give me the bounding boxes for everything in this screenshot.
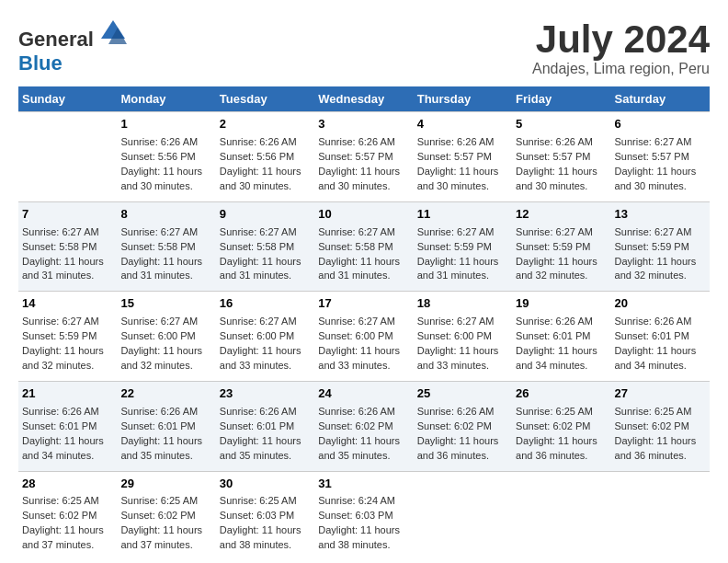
day-number: 6 <box>615 116 706 133</box>
day-number: 11 <box>417 206 508 224</box>
week-row: 14Sunrise: 6:27 AMSunset: 5:59 PMDayligh… <box>18 292 710 382</box>
calendar-cell: 9Sunrise: 6:27 AMSunset: 5:58 PMDaylight… <box>216 201 314 292</box>
cell-info: Sunrise: 6:26 AMSunset: 6:01 PMDaylight:… <box>120 406 202 461</box>
cell-info: Sunrise: 6:25 AMSunset: 6:02 PMDaylight:… <box>615 406 697 461</box>
calendar-cell: 30Sunrise: 6:25 AMSunset: 6:03 PMDayligh… <box>216 471 314 560</box>
header-day: Tuesday <box>216 86 314 112</box>
calendar-cell <box>611 471 710 560</box>
main-title: July 2024 <box>532 18 710 61</box>
calendar-cell: 5Sunrise: 6:26 AMSunset: 5:57 PMDaylight… <box>512 112 610 202</box>
day-number: 24 <box>318 385 409 403</box>
cell-info: Sunrise: 6:24 AMSunset: 6:03 PMDaylight:… <box>318 495 400 550</box>
day-number: 22 <box>120 385 211 403</box>
cell-info: Sunrise: 6:27 AMSunset: 6:00 PMDaylight:… <box>417 316 499 371</box>
day-number: 18 <box>417 295 508 313</box>
day-number: 3 <box>318 116 409 133</box>
calendar-cell <box>414 471 512 560</box>
logo-general: General <box>18 28 94 51</box>
cell-info: Sunrise: 6:27 AMSunset: 5:59 PMDaylight:… <box>22 316 104 371</box>
cell-info: Sunrise: 6:27 AMSunset: 6:00 PMDaylight:… <box>220 316 301 371</box>
header-row: SundayMondayTuesdayWednesdayThursdayFrid… <box>18 86 710 112</box>
cell-info: Sunrise: 6:25 AMSunset: 6:02 PMDaylight:… <box>22 495 104 550</box>
logo: General Blue <box>18 18 127 75</box>
cell-info: Sunrise: 6:27 AMSunset: 5:58 PMDaylight:… <box>120 226 202 282</box>
day-number: 27 <box>615 385 706 403</box>
day-number: 9 <box>220 206 311 224</box>
day-number: 20 <box>615 295 706 313</box>
day-number: 15 <box>120 295 211 313</box>
calendar-cell: 15Sunrise: 6:27 AMSunset: 6:00 PMDayligh… <box>117 292 215 382</box>
cell-info: Sunrise: 6:27 AMSunset: 6:00 PMDaylight:… <box>120 316 202 371</box>
subtitle: Andajes, Lima region, Peru <box>532 61 710 77</box>
cell-info: Sunrise: 6:26 AMSunset: 6:01 PMDaylight:… <box>516 316 597 371</box>
calendar-cell: 26Sunrise: 6:25 AMSunset: 6:02 PMDayligh… <box>512 381 610 471</box>
day-number: 23 <box>220 385 311 403</box>
day-number: 10 <box>318 206 409 224</box>
day-number: 8 <box>120 206 211 224</box>
day-number: 5 <box>516 116 607 133</box>
cell-info: Sunrise: 6:25 AMSunset: 6:03 PMDaylight:… <box>220 495 301 550</box>
header-day: Saturday <box>611 86 710 112</box>
cell-info: Sunrise: 6:26 AMSunset: 6:02 PMDaylight:… <box>318 406 400 461</box>
week-row: 1Sunrise: 6:26 AMSunset: 5:56 PMDaylight… <box>18 112 710 202</box>
logo-icon <box>99 18 127 46</box>
calendar-cell: 12Sunrise: 6:27 AMSunset: 5:59 PMDayligh… <box>512 201 610 292</box>
day-number: 4 <box>417 116 508 133</box>
calendar-cell: 29Sunrise: 6:25 AMSunset: 6:02 PMDayligh… <box>117 471 215 560</box>
title-block: July 2024 Andajes, Lima region, Peru <box>532 18 710 77</box>
cell-info: Sunrise: 6:27 AMSunset: 6:00 PMDaylight:… <box>318 316 400 371</box>
calendar-cell: 20Sunrise: 6:26 AMSunset: 6:01 PMDayligh… <box>611 292 710 382</box>
cell-info: Sunrise: 6:27 AMSunset: 5:59 PMDaylight:… <box>516 226 597 282</box>
calendar-cell: 19Sunrise: 6:26 AMSunset: 6:01 PMDayligh… <box>512 292 610 382</box>
day-number: 1 <box>120 116 211 133</box>
header-day: Sunday <box>18 86 117 112</box>
header-day: Monday <box>117 86 215 112</box>
day-number: 31 <box>318 476 409 493</box>
week-row: 28Sunrise: 6:25 AMSunset: 6:02 PMDayligh… <box>18 471 710 560</box>
header-day: Friday <box>512 86 610 112</box>
day-number: 29 <box>120 476 211 493</box>
calendar-cell <box>18 112 117 202</box>
cell-info: Sunrise: 6:25 AMSunset: 6:02 PMDaylight:… <box>120 495 202 550</box>
logo-text: General Blue <box>18 18 127 75</box>
day-number: 7 <box>22 206 113 224</box>
page-header: General Blue July 2024 Andajes, Lima reg… <box>18 18 710 77</box>
header-day: Thursday <box>414 86 512 112</box>
day-number: 26 <box>516 385 607 403</box>
calendar-cell: 6Sunrise: 6:27 AMSunset: 5:57 PMDaylight… <box>611 112 710 202</box>
day-number: 14 <box>22 295 113 313</box>
calendar-cell: 28Sunrise: 6:25 AMSunset: 6:02 PMDayligh… <box>18 471 117 560</box>
calendar-cell: 18Sunrise: 6:27 AMSunset: 6:00 PMDayligh… <box>414 292 512 382</box>
calendar-cell: 4Sunrise: 6:26 AMSunset: 5:57 PMDaylight… <box>414 112 512 202</box>
calendar-cell: 16Sunrise: 6:27 AMSunset: 6:00 PMDayligh… <box>216 292 314 382</box>
cell-info: Sunrise: 6:26 AMSunset: 6:01 PMDaylight:… <box>220 406 301 461</box>
calendar-cell: 27Sunrise: 6:25 AMSunset: 6:02 PMDayligh… <box>611 381 710 471</box>
calendar-cell: 13Sunrise: 6:27 AMSunset: 5:59 PMDayligh… <box>611 201 710 292</box>
calendar-cell: 7Sunrise: 6:27 AMSunset: 5:58 PMDaylight… <box>18 201 117 292</box>
cell-info: Sunrise: 6:27 AMSunset: 5:57 PMDaylight:… <box>615 136 697 191</box>
header-day: Wednesday <box>314 86 413 112</box>
calendar-cell: 17Sunrise: 6:27 AMSunset: 6:00 PMDayligh… <box>314 292 413 382</box>
day-number: 13 <box>615 206 706 224</box>
day-number: 28 <box>22 476 113 493</box>
cell-info: Sunrise: 6:27 AMSunset: 5:58 PMDaylight:… <box>220 226 301 282</box>
calendar-cell: 24Sunrise: 6:26 AMSunset: 6:02 PMDayligh… <box>314 381 413 471</box>
calendar-cell: 2Sunrise: 6:26 AMSunset: 5:56 PMDaylight… <box>216 112 314 202</box>
calendar-cell: 22Sunrise: 6:26 AMSunset: 6:01 PMDayligh… <box>117 381 215 471</box>
calendar-cell: 10Sunrise: 6:27 AMSunset: 5:58 PMDayligh… <box>314 201 413 292</box>
cell-info: Sunrise: 6:26 AMSunset: 5:57 PMDaylight:… <box>417 136 499 191</box>
calendar-cell: 31Sunrise: 6:24 AMSunset: 6:03 PMDayligh… <box>314 471 413 560</box>
day-number: 19 <box>516 295 607 313</box>
cell-info: Sunrise: 6:27 AMSunset: 5:59 PMDaylight:… <box>615 226 697 282</box>
day-number: 21 <box>22 385 113 403</box>
cell-info: Sunrise: 6:26 AMSunset: 5:56 PMDaylight:… <box>220 136 301 191</box>
cell-info: Sunrise: 6:25 AMSunset: 6:02 PMDaylight:… <box>516 406 597 461</box>
day-number: 25 <box>417 385 508 403</box>
calendar-cell: 25Sunrise: 6:26 AMSunset: 6:02 PMDayligh… <box>414 381 512 471</box>
week-row: 21Sunrise: 6:26 AMSunset: 6:01 PMDayligh… <box>18 381 710 471</box>
calendar-cell <box>512 471 610 560</box>
calendar-cell: 1Sunrise: 6:26 AMSunset: 5:56 PMDaylight… <box>117 112 215 202</box>
cell-info: Sunrise: 6:26 AMSunset: 6:01 PMDaylight:… <box>615 316 697 371</box>
cell-info: Sunrise: 6:27 AMSunset: 5:58 PMDaylight:… <box>22 226 104 282</box>
calendar-cell: 8Sunrise: 6:27 AMSunset: 5:58 PMDaylight… <box>117 201 215 292</box>
